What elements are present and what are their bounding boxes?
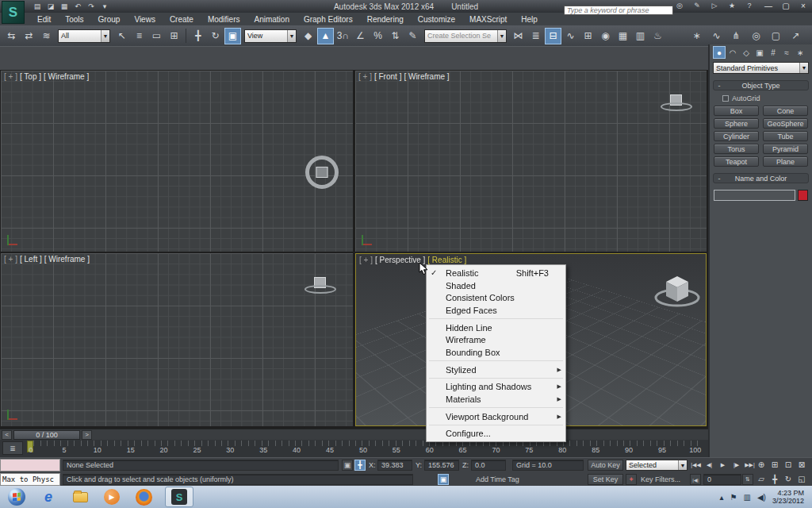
workspace-dropdown-icon[interactable]: ▾: [99, 2, 110, 11]
viewport-label[interactable]: [ + ][ Left ][ Wireframe ]: [4, 255, 90, 264]
primitive-button[interactable]: GeoSphere: [763, 118, 808, 129]
edit-named-selection-sets-icon[interactable]: ✎: [404, 28, 421, 44]
autogrid-checkbox[interactable]: [722, 95, 729, 102]
next-frame-icon[interactable]: |▶: [730, 460, 742, 471]
time-tag-icon[interactable]: ▣: [438, 474, 449, 485]
menu-item[interactable]: Bounding Box: [427, 346, 565, 359]
curve-editor-icon[interactable]: ∿: [562, 28, 579, 44]
zoom-extents-icon[interactable]: ⊡: [782, 459, 795, 471]
material-editor-icon[interactable]: ◉: [597, 28, 614, 44]
ring-gizmo[interactable]: [661, 102, 692, 111]
tab-create-icon[interactable]: ∗: [688, 28, 705, 44]
select-and-manipulate-icon[interactable]: ◆: [300, 28, 316, 44]
selection-set-key-dropdown[interactable]: Selected▼: [626, 460, 688, 471]
track-bar[interactable]: ≣ 05101520253035404550556065707580859095…: [0, 440, 708, 457]
x-coordinate-field[interactable]: 39.383: [377, 460, 412, 471]
tab-hierarchy-icon[interactable]: ⋔: [728, 28, 745, 44]
menu-item[interactable]: Edged Faces: [427, 304, 565, 317]
primitive-button[interactable]: Torus: [714, 144, 759, 154]
sign-in-icon[interactable]: ✎: [691, 1, 703, 10]
network-icon[interactable]: ▥: [743, 493, 750, 502]
menu-item[interactable]: ✓ Realistic Shift+F3: [427, 267, 565, 279]
search-icon[interactable]: ◎: [674, 1, 685, 10]
collapse-icon[interactable]: -: [714, 175, 725, 183]
key-mode-toggle-icon[interactable]: |◀|: [690, 474, 701, 485]
bind-to-space-warp-icon[interactable]: ≋: [38, 28, 55, 44]
maximize-viewport-toggle-icon[interactable]: ◱: [795, 473, 808, 485]
name-and-color-rollout[interactable]: - Name and Color: [713, 173, 809, 183]
key-icon[interactable]: ✦: [626, 474, 637, 485]
key-filters-button[interactable]: Key Filters...: [641, 475, 680, 483]
primitive-button[interactable]: Cylinder: [714, 131, 759, 141]
category-helpers-icon[interactable]: #: [767, 46, 779, 59]
field-of-view-icon[interactable]: ▱: [755, 473, 768, 485]
save-file-icon[interactable]: ▦: [59, 2, 70, 11]
go-to-end-icon[interactable]: ▶▶|: [744, 460, 756, 471]
menu-item[interactable]: Modifiers: [201, 15, 247, 24]
category-lights-icon[interactable]: ◇: [740, 46, 753, 59]
menu-item[interactable]: Shaded: [427, 279, 565, 292]
mini-curve-editor-icon[interactable]: ≣: [2, 441, 23, 455]
menu-item[interactable]: Create: [163, 15, 201, 24]
taskbar-clock[interactable]: 4:23 PM 3/23/2012: [772, 489, 807, 505]
redo-icon[interactable]: ↷: [86, 2, 97, 11]
macro-recorder-field[interactable]: [0, 459, 60, 471]
primitive-button[interactable]: Tube: [763, 131, 808, 141]
play-icon[interactable]: ▶: [717, 460, 729, 471]
zoom-icon[interactable]: ⊕: [755, 459, 768, 471]
object-color-swatch[interactable]: [798, 190, 808, 201]
help-icon[interactable]: ?: [744, 1, 755, 10]
menu-item[interactable]: Wireframe: [427, 333, 565, 346]
menu-item[interactable]: Hidden Line: [427, 321, 565, 334]
category-shapes-icon[interactable]: ◠: [726, 46, 739, 59]
snaps-toggle-icon[interactable]: 3∩: [335, 28, 351, 44]
primitive-button[interactable]: Cone: [763, 106, 808, 116]
category-systems-icon[interactable]: ∗: [794, 46, 806, 59]
tab-modify-icon[interactable]: ∿: [708, 28, 725, 44]
zoom-all-icon[interactable]: ⊞: [768, 459, 781, 471]
menu-item[interactable]: Views: [127, 15, 163, 24]
menu-item[interactable]: Configure...: [427, 428, 565, 441]
layer-manager-icon[interactable]: ⊟: [545, 28, 561, 44]
previous-frame-icon[interactable]: ◀|: [703, 460, 715, 471]
category-geometry-icon[interactable]: ●: [713, 46, 726, 59]
absolute-mode-icon[interactable]: ╋: [354, 460, 366, 471]
viewport-front[interactable]: [ + ][ Front ][ Wireframe ]: [355, 71, 707, 252]
select-object-icon[interactable]: ↖: [113, 28, 130, 44]
start-button[interactable]: [6, 487, 27, 506]
primitive-button[interactable]: Plane: [763, 156, 808, 167]
orbit-icon[interactable]: ↻: [782, 473, 795, 485]
menu-item[interactable]: Consistent Colors: [427, 291, 565, 304]
reference-coordinate-dropdown[interactable]: View▼: [244, 29, 297, 43]
viewport-label[interactable]: [ + ][ Front ][ Wireframe ]: [358, 72, 450, 81]
menu-item[interactable]: Viewport Background ▶: [427, 410, 565, 423]
z-coordinate-field[interactable]: 0.0: [471, 460, 506, 471]
render-setup-icon[interactable]: ▦: [615, 28, 631, 44]
rectangular-selection-region-icon[interactable]: ▭: [148, 28, 165, 44]
menu-item[interactable]: Edit: [30, 15, 58, 24]
viewport-top[interactable]: [ + ][ Top ][ Wireframe ]: [1, 71, 353, 252]
volume-icon[interactable]: ◀): [757, 493, 766, 502]
select-and-scale-icon[interactable]: ▣: [224, 28, 241, 44]
primitive-button[interactable]: Box: [714, 106, 759, 116]
primitive-button[interactable]: Teapot: [714, 156, 759, 167]
category-cameras-icon[interactable]: ▣: [753, 46, 766, 59]
mirror-icon[interactable]: ⋈: [510, 28, 527, 44]
undo-icon[interactable]: ↶: [72, 2, 83, 11]
primitive-button[interactable]: Sphere: [714, 118, 759, 129]
favorites-icon[interactable]: ★: [726, 1, 737, 10]
restore-icon[interactable]: ▢: [780, 1, 791, 10]
box-object[interactable]: [316, 167, 328, 178]
spinner-snap-icon[interactable]: ⇅: [387, 28, 404, 44]
object-name-field[interactable]: [714, 190, 795, 201]
tab-utilities-icon[interactable]: ↗: [787, 28, 804, 44]
time-slider-handle[interactable]: 0 / 100: [13, 430, 80, 440]
select-and-link-icon[interactable]: ⇆: [3, 28, 20, 44]
select-by-name-icon[interactable]: ≡: [131, 28, 147, 44]
tab-motion-icon[interactable]: ◎: [748, 28, 764, 44]
viewport-left[interactable]: [ + ][ Left ][ Wireframe ]: [1, 253, 353, 426]
primitive-type-dropdown[interactable]: Standard Primitives ▼: [713, 62, 809, 74]
menu-item[interactable]: Lighting and Shadows ▶: [427, 381, 565, 394]
unlink-selection-icon[interactable]: ⇄: [21, 28, 37, 44]
frame-spinner[interactable]: ⇅: [742, 474, 753, 485]
